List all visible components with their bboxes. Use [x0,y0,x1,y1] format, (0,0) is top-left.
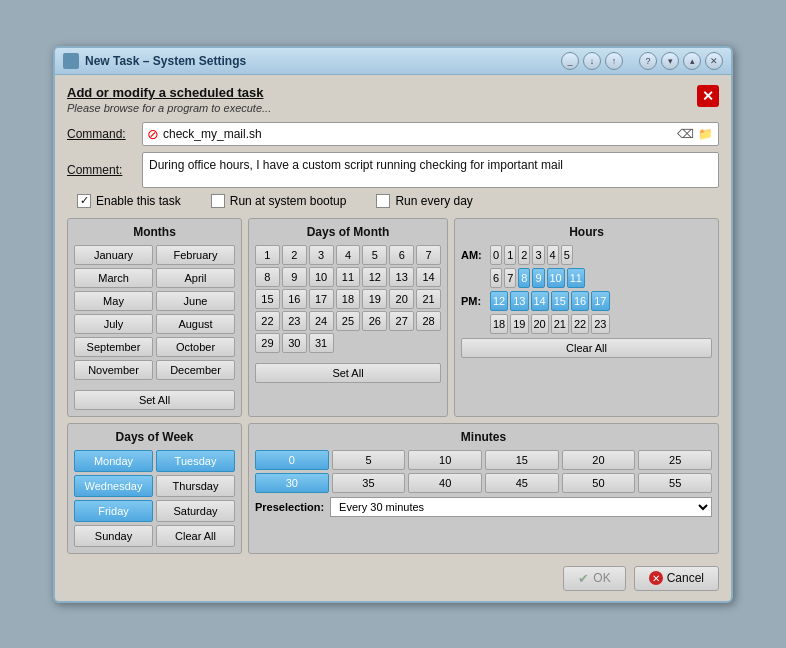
hour-btn-14[interactable]: 14 [531,291,549,311]
minute-btn-25[interactable]: 25 [638,450,712,470]
day-month-btn-2[interactable]: 2 [282,245,307,265]
day-month-btn-23[interactable]: 23 [282,311,307,331]
minute-btn-50[interactable]: 50 [562,473,636,493]
minute-btn-35[interactable]: 35 [332,473,406,493]
hour-btn-6[interactable]: 6 [490,268,502,288]
month-btn-june[interactable]: June [156,291,235,311]
day-month-btn-13[interactable]: 13 [389,267,414,287]
minute-btn-20[interactable]: 20 [562,450,636,470]
day-month-btn-11[interactable]: 11 [336,267,361,287]
day-month-btn-5[interactable]: 5 [362,245,387,265]
minute-btn-15[interactable]: 15 [485,450,559,470]
hour-btn-11[interactable]: 11 [567,268,585,288]
day-month-btn-20[interactable]: 20 [389,289,414,309]
hour-btn-18[interactable]: 18 [490,314,508,334]
month-btn-october[interactable]: October [156,337,235,357]
day-month-btn-25[interactable]: 25 [336,311,361,331]
month-btn-march[interactable]: March [74,268,153,288]
hour-btn-10[interactable]: 10 [547,268,565,288]
day-month-btn-22[interactable]: 22 [255,311,280,331]
day-month-btn-4[interactable]: 4 [336,245,361,265]
week-btn-clear-all[interactable]: Clear All [156,525,235,547]
week-btn-tuesday[interactable]: Tuesday [156,450,235,472]
months-set-all-button[interactable]: Set All [74,390,235,410]
day-month-btn-19[interactable]: 19 [362,289,387,309]
hour-btn-0[interactable]: 0 [490,245,502,265]
minute-btn-30[interactable]: 30 [255,473,329,493]
week-btn-sunday[interactable]: Sunday [74,525,153,547]
day-month-btn-15[interactable]: 15 [255,289,280,309]
days-month-set-all-button[interactable]: Set All [255,363,441,383]
day-month-btn-12[interactable]: 12 [362,267,387,287]
week-btn-thursday[interactable]: Thursday [156,475,235,497]
day-month-btn-9[interactable]: 9 [282,267,307,287]
month-btn-august[interactable]: August [156,314,235,334]
hours-clear-all-button[interactable]: Clear All [461,338,712,358]
hour-btn-9[interactable]: 9 [532,268,544,288]
hour-btn-20[interactable]: 20 [531,314,549,334]
hour-btn-23[interactable]: 23 [591,314,609,334]
week-btn-wednesday[interactable]: Wednesday [74,475,153,497]
month-btn-december[interactable]: December [156,360,235,380]
hour-btn-22[interactable]: 22 [571,314,589,334]
hour-btn-4[interactable]: 4 [547,245,559,265]
day-month-btn-30[interactable]: 30 [282,333,307,353]
hour-btn-13[interactable]: 13 [510,291,528,311]
day-month-btn-10[interactable]: 10 [309,267,334,287]
month-btn-september[interactable]: September [74,337,153,357]
day-month-btn-18[interactable]: 18 [336,289,361,309]
hour-btn-7[interactable]: 7 [504,268,516,288]
preselection-select[interactable]: Every 5 minutesEvery 10 minutesEvery 15 … [330,497,712,517]
minimize-btn[interactable]: _ [561,52,579,70]
minute-btn-40[interactable]: 40 [408,473,482,493]
day-month-btn-31[interactable]: 31 [309,333,334,353]
hour-btn-19[interactable]: 19 [510,314,528,334]
month-btn-july[interactable]: July [74,314,153,334]
hour-btn-21[interactable]: 21 [551,314,569,334]
hour-btn-17[interactable]: 17 [591,291,609,311]
bootup-checkbox-box[interactable] [211,194,225,208]
hour-btn-3[interactable]: 3 [532,245,544,265]
day-month-btn-14[interactable]: 14 [416,267,441,287]
minute-btn-45[interactable]: 45 [485,473,559,493]
close-btn[interactable]: ✕ [705,52,723,70]
day-month-btn-27[interactable]: 27 [389,311,414,331]
month-btn-february[interactable]: February [156,245,235,265]
day-month-btn-24[interactable]: 24 [309,311,334,331]
month-btn-april[interactable]: April [156,268,235,288]
month-btn-november[interactable]: November [74,360,153,380]
day-month-btn-17[interactable]: 17 [309,289,334,309]
shade-btn[interactable]: ▾ [661,52,679,70]
day-month-btn-3[interactable]: 3 [309,245,334,265]
cancel-button[interactable]: ✕ Cancel [634,566,719,591]
day-month-btn-8[interactable]: 8 [255,267,280,287]
ok-button[interactable]: ✔ OK [563,566,625,591]
hour-btn-8[interactable]: 8 [518,268,530,288]
month-btn-january[interactable]: January [74,245,153,265]
week-btn-monday[interactable]: Monday [74,450,153,472]
hour-btn-2[interactable]: 2 [518,245,530,265]
maximize-btn[interactable]: ↑ [605,52,623,70]
bootup-checkbox[interactable]: Run at system bootup [211,194,347,208]
minute-btn-55[interactable]: 55 [638,473,712,493]
hour-btn-16[interactable]: 16 [571,291,589,311]
day-month-btn-1[interactable]: 1 [255,245,280,265]
restore-btn[interactable]: ↓ [583,52,601,70]
everyday-checkbox[interactable]: Run every day [376,194,472,208]
hour-btn-15[interactable]: 15 [551,291,569,311]
day-month-btn-7[interactable]: 7 [416,245,441,265]
enable-checkbox-box[interactable] [77,194,91,208]
unshade-btn[interactable]: ▴ [683,52,701,70]
everyday-checkbox-box[interactable] [376,194,390,208]
hour-btn-12[interactable]: 12 [490,291,508,311]
comment-input[interactable]: During office hours, I have a custom scr… [142,152,719,188]
day-month-btn-26[interactable]: 26 [362,311,387,331]
hour-btn-5[interactable]: 5 [561,245,573,265]
header-close-button[interactable]: ✕ [697,85,719,107]
day-month-btn-6[interactable]: 6 [389,245,414,265]
day-month-btn-29[interactable]: 29 [255,333,280,353]
month-btn-may[interactable]: May [74,291,153,311]
minute-btn-10[interactable]: 10 [408,450,482,470]
day-month-btn-28[interactable]: 28 [416,311,441,331]
hour-btn-1[interactable]: 1 [504,245,516,265]
